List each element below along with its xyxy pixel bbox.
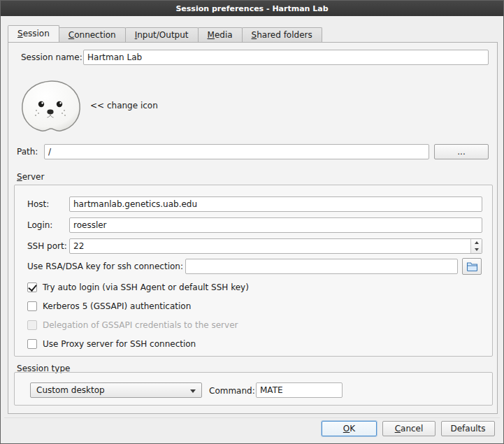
rsa-key-label: Use RSA/DSA key for ssh connection: [27,261,183,272]
auto-login-checkbox[interactable] [27,282,37,292]
server-group-label: Server [17,171,44,182]
kerberos-checkbox[interactable] [27,301,37,311]
seal-icon [20,78,82,134]
host-label: Host: [27,199,49,210]
rsa-key-input[interactable] [185,259,458,274]
login-label: Login: [27,220,52,231]
server-groupbox: Host: Login: SSH port: Use RSA/DSA key f… [14,185,493,357]
session-type-groupbox: Custom desktop Command: [14,372,493,406]
gssapi-delegation-label: Delegation of GSSAPI credentials to the … [43,320,238,331]
tab-connection[interactable]: Connection [59,27,126,42]
ssh-port-label: SSH port: [27,241,67,252]
proxy-label: Use Proxy server for SSH connection [43,338,196,350]
spin-up-icon [475,241,479,244]
session-type-selected: Custom desktop [36,385,105,395]
tab-input-output[interactable]: Input/Output [125,27,199,42]
tab-session[interactable]: Session [8,25,59,42]
login-input[interactable] [69,217,482,233]
cancel-button[interactable]: Cancel [382,421,435,436]
ssh-port-spinbox [69,238,482,254]
title-bar[interactable]: Session preferences - Hartman Lab [1,1,503,16]
tab-bar: Session Connection Input/Output Media Sh… [8,25,322,42]
command-input[interactable] [256,382,343,398]
tab-shared-folders[interactable]: Shared folders [242,27,322,42]
spin-down-button[interactable] [471,246,482,253]
path-input[interactable] [44,144,429,159]
footer-separator [4,417,500,418]
rsa-key-browse-button[interactable] [462,258,482,275]
session-name-input[interactable] [83,50,489,65]
ssh-port-input[interactable] [69,238,482,254]
auto-login-checkbox-row[interactable]: Try auto login (via SSH Agent or default… [27,282,249,293]
window-title: Session preferences - Hartman Lab [175,4,328,13]
change-icon-label[interactable]: << change icon [90,100,158,111]
gssapi-delegation-checkbox-row: Delegation of GSSAPI credentials to the … [27,320,238,331]
spin-down-icon [475,248,479,251]
path-label: Path: [17,146,38,157]
defaults-button[interactable]: Defaults [441,421,495,436]
session-name-label: Session name: [21,52,82,63]
tab-media[interactable]: Media [198,27,243,42]
session-type-dropdown[interactable]: Custom desktop [30,382,202,398]
spin-up-button[interactable] [471,239,482,246]
command-label: Command: [209,385,255,396]
gssapi-delegation-checkbox [27,320,37,330]
proxy-checkbox-row[interactable]: Use Proxy server for SSH connection [27,338,196,350]
dropdown-arrow-icon [190,389,196,393]
ssh-port-spin-buttons [470,239,482,253]
session-icon[interactable] [20,78,82,134]
ok-button[interactable]: OK [322,421,377,436]
kerberos-checkbox-row[interactable]: Kerberos 5 (GSSAPI) authentication [27,301,191,312]
auto-login-label: Try auto login (via SSH Agent or default… [43,282,249,293]
session-preferences-dialog: Session preferences - Hartman Lab Sessio… [0,0,504,444]
proxy-checkbox[interactable] [27,339,37,349]
session-tab-panel: Session name: [8,42,498,414]
path-browse-button[interactable]: ... [434,144,489,159]
host-input[interactable] [69,196,482,212]
folder-icon [466,262,478,271]
kerberos-label: Kerberos 5 (GSSAPI) authentication [43,301,191,312]
